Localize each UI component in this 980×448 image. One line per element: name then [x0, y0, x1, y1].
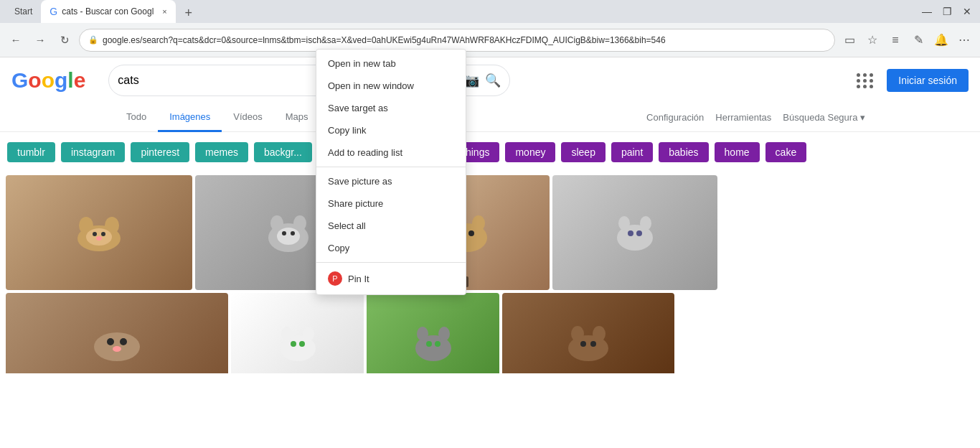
svg-point-9: [293, 215, 306, 231]
svg-point-11: [282, 231, 286, 235]
settings-btn[interactable]: ≡: [885, 30, 905, 50]
svg-point-35: [426, 341, 432, 347]
pill-4[interactable]: backgr...: [254, 142, 312, 162]
svg-point-36: [435, 341, 440, 347]
pill-9[interactable]: money: [505, 142, 555, 162]
pill-14[interactable]: cake: [765, 142, 807, 162]
ctx-label-6: Share picture: [328, 198, 383, 209]
google-logo: Google: [11, 68, 85, 93]
cat-image-8[interactable]: [502, 293, 674, 373]
ctx-item-9[interactable]: PPin It: [316, 266, 466, 291]
active-tab[interactable]: G cats - Buscar con Googl ×: [41, 0, 175, 23]
svg-point-19: [618, 216, 630, 230]
cat-image-1[interactable]: [6, 175, 192, 290]
toolbar-icons: ▭ ☆ ≡ ✎ 🔔 ⋯: [839, 30, 974, 50]
new-tab-btn[interactable]: +: [179, 3, 199, 23]
svg-point-4: [93, 232, 97, 236]
ctx-item-4[interactable]: Add to reading list: [316, 141, 466, 164]
back-btn[interactable]: ←: [6, 30, 26, 50]
svg-point-8: [270, 215, 283, 231]
nav-herramientas[interactable]: Herramientas: [715, 112, 771, 123]
cat-image-6[interactable]: [231, 293, 364, 373]
ctx-item-8[interactable]: Copy: [316, 237, 466, 259]
ctx-label-0: Open in new tab: [328, 58, 396, 69]
svg-point-33: [417, 327, 428, 341]
pinterest-icon: P: [328, 271, 342, 286]
start-label: Start: [14, 6, 32, 17]
category-pills: tumblrinstagrampinterestmemesbackgr.....…: [0, 132, 980, 172]
tab-strip: G cats - Buscar con Googl × +: [41, 0, 920, 23]
apps-grid: [857, 73, 874, 88]
nav-todo[interactable]: Todo: [115, 103, 158, 132]
cat-image-4[interactable]: [552, 175, 717, 290]
notification-btn[interactable]: 🔔: [931, 30, 951, 50]
maximize-btn[interactable]: ❐: [940, 6, 954, 17]
refresh-btn[interactable]: ↻: [55, 30, 75, 50]
svg-point-10: [277, 228, 300, 245]
ctx-label-2: Save target as: [328, 103, 388, 113]
svg-point-28: [281, 327, 293, 341]
url-bar[interactable]: 🔒 google.es/search?q=cats&dcr=0&source=l…: [79, 29, 835, 52]
pill-0[interactable]: tumblr: [7, 142, 55, 162]
pill-2[interactable]: pinterest: [131, 142, 189, 162]
image-row-2: [6, 293, 674, 373]
svg-point-20: [640, 216, 651, 230]
ctx-label-5: Save picture as: [328, 176, 392, 187]
close-btn[interactable]: ✕: [960, 6, 974, 17]
forward-btn[interactable]: →: [30, 30, 50, 50]
cat-image-5[interactable]: [6, 293, 228, 373]
search-icon[interactable]: 🔍: [485, 73, 501, 88]
star-btn[interactable]: ☆: [862, 30, 882, 50]
svg-point-24: [107, 338, 114, 345]
ctx-item-7[interactable]: Select all: [316, 215, 466, 237]
search-nav: Todo Imágenes Vídeos Maps Configuración …: [0, 103, 980, 132]
busqueda-segura[interactable]: Búsqueda Segura ▾: [783, 112, 865, 123]
ctx-divider-8: [316, 262, 466, 263]
pill-3[interactable]: memes: [195, 142, 248, 162]
apps-btn[interactable]: [852, 67, 878, 93]
ctx-item-0[interactable]: Open in new tab: [316, 52, 466, 75]
ctx-divider-4: [316, 167, 466, 167]
ctx-label-8: Copy: [328, 243, 349, 253]
pill-13[interactable]: home: [715, 142, 760, 162]
ctx-item-1[interactable]: Open in new window: [316, 75, 466, 97]
signin-btn[interactable]: Iniciar sesión: [887, 69, 969, 92]
ctx-label-4: Add to reading list: [328, 147, 402, 158]
ctx-item-6[interactable]: Share picture: [316, 192, 466, 215]
minimize-btn[interactable]: —: [920, 6, 934, 17]
google-header: Google 📷 🔍 Iniciar sesión: [0, 57, 980, 103]
address-bar: ← → ↻ 🔒 google.es/search?q=cats&dcr=0&so…: [0, 23, 980, 57]
tab-close-btn[interactable]: ×: [162, 7, 166, 16]
svg-point-31: [299, 341, 305, 347]
nav-imagenes[interactable]: Imágenes: [158, 103, 222, 132]
ctx-item-3[interactable]: Copy link: [316, 119, 466, 141]
svg-point-15: [472, 215, 485, 231]
more-btn[interactable]: ⋯: [954, 30, 974, 50]
ctx-item-2[interactable]: Save target as: [316, 97, 466, 119]
svg-point-21: [628, 230, 633, 236]
svg-point-34: [438, 327, 450, 341]
active-tab-label: cats - Buscar con Googl: [62, 6, 154, 17]
search-nav-right: Configuración Herramientas Búsqueda Segu…: [646, 112, 865, 123]
pill-1[interactable]: instagram: [61, 142, 125, 162]
nav-configuracion[interactable]: Configuración: [646, 112, 704, 123]
svg-point-38: [571, 326, 584, 342]
svg-point-26: [113, 346, 121, 352]
cat-image-7[interactable]: [367, 293, 499, 373]
edit-btn[interactable]: ✎: [908, 30, 928, 50]
svg-point-17: [468, 230, 474, 236]
pill-12[interactable]: babies: [659, 142, 708, 162]
ctx-label-3: Copy link: [328, 125, 366, 136]
reader-view-btn[interactable]: ▭: [839, 30, 859, 50]
pill-10[interactable]: sleep: [561, 142, 605, 162]
svg-point-29: [303, 327, 314, 341]
nav-maps[interactable]: Maps: [274, 103, 320, 132]
nav-videos[interactable]: Vídeos: [222, 103, 273, 132]
svg-point-30: [291, 341, 296, 347]
svg-point-39: [593, 326, 606, 342]
start-tab[interactable]: Start: [6, 1, 41, 22]
svg-point-5: [101, 232, 105, 236]
pill-11[interactable]: paint: [611, 142, 653, 162]
title-bar: Start G cats - Buscar con Googl × + — ❐ …: [0, 0, 980, 23]
ctx-item-5[interactable]: Save picture as: [316, 170, 466, 192]
